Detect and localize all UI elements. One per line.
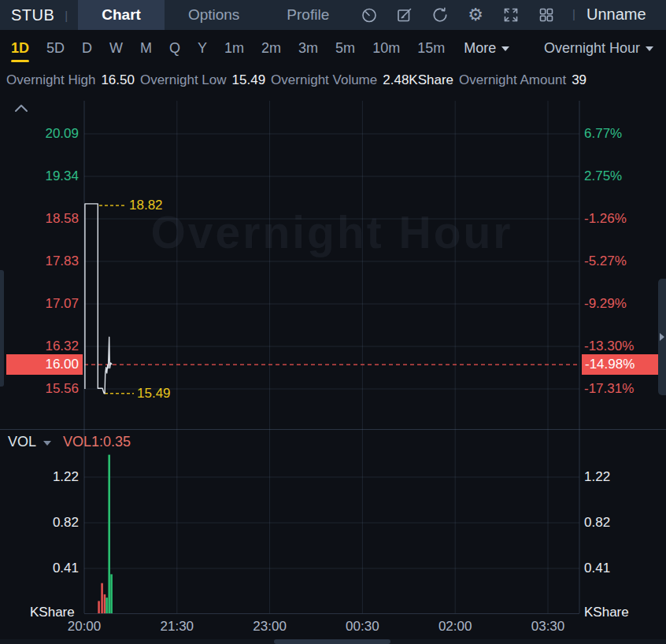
grid-layout-icon[interactable] — [538, 6, 555, 24]
overnight-stats-bar: Overnight High16.50Overnight Low15.49Ove… — [0, 66, 666, 94]
toolbar-icons: ⚙ — [361, 0, 555, 30]
percent-axis-label: -17.31% — [584, 381, 634, 397]
timeframe-1d[interactable]: 1D — [11, 30, 29, 66]
timeframe-m[interactable]: M — [140, 30, 152, 66]
percent-axis-label: 6.77% — [584, 126, 622, 142]
stat-label: Overnight High — [6, 72, 95, 88]
stat-value: 16.50 — [101, 72, 135, 88]
time-axis-label: 02:00 — [438, 619, 472, 635]
stat-value: 39 — [572, 72, 586, 88]
separator: | — [65, 9, 68, 22]
timeframe-q[interactable]: Q — [169, 30, 180, 66]
current-change-tag: -14.98% — [582, 354, 658, 375]
timeframe-bar: 1D5DDWMQY1m2m3m5m10m15m More Overnight H… — [0, 30, 666, 66]
volume-axis-label: 0.41 — [584, 561, 610, 576]
price-axis-label: 19.34 — [0, 168, 79, 184]
percent-axis-label: 2.75% — [584, 168, 622, 184]
volume-indicator-header: VOL VOL1:0.35 — [8, 434, 131, 450]
stat-value: 15.49 — [232, 72, 266, 88]
more-label: More — [464, 40, 496, 57]
price-axis-label: 18.58 — [0, 211, 79, 227]
draw-icon[interactable] — [396, 6, 413, 24]
volume-axis-label: 1.22 — [0, 469, 79, 485]
time-axis-label: 21:30 — [161, 619, 194, 635]
settings-gear-icon[interactable]: ⚙ — [467, 6, 484, 24]
timeframe-3m[interactable]: 3m — [298, 30, 318, 66]
volume-axis-label: 1.22 — [584, 469, 610, 485]
price-axis-label: 17.83 — [0, 254, 79, 269]
low-marker-label: 15.49 — [137, 386, 171, 402]
left-panel-handle[interactable] — [0, 270, 4, 387]
stat-label: Overnight Volume — [271, 72, 377, 88]
symbol-name[interactable]: STUB — [11, 6, 54, 24]
timeframe-w[interactable]: W — [109, 30, 123, 66]
vol1-value: VOL1:0.35 — [63, 434, 131, 450]
vol-title[interactable]: VOL — [8, 434, 36, 450]
timeframe-15m[interactable]: 15m — [417, 30, 445, 66]
main-tabs: ChartOptionsProfile — [78, 0, 353, 30]
layout-name[interactable]: Unname — [586, 6, 666, 24]
timeframe-1m[interactable]: 1m — [224, 30, 244, 66]
price-axis-label: 16.32 — [0, 339, 79, 354]
timeframe-5m[interactable]: 5m — [335, 30, 355, 66]
percent-axis-label: -5.27% — [584, 254, 627, 269]
price-axis-label: 15.56 — [0, 381, 79, 397]
stat-value: 2.48KShare — [383, 72, 453, 88]
time-axis-label: 20:00 — [68, 619, 102, 635]
chevron-down-icon — [646, 46, 653, 51]
top-navigation-bar: STUB | ChartOptionsProfile ⚙ — [0, 0, 666, 30]
session-label: Overnight Hour — [544, 40, 640, 57]
volume-axis-label: 0.82 — [0, 515, 79, 531]
tab-profile[interactable]: Profile — [263, 0, 353, 30]
session-selector[interactable]: Overnight Hour — [544, 40, 653, 57]
more-dropdown[interactable]: More — [464, 40, 509, 57]
time-axis-label: 00:30 — [346, 619, 379, 635]
percent-axis-label: -9.29% — [584, 296, 627, 312]
volume-axis-label: 0.41 — [0, 561, 79, 576]
timeframe-y[interactable]: Y — [198, 30, 207, 66]
horizontal-scrollbar[interactable] — [0, 639, 666, 644]
tab-options[interactable]: Options — [165, 0, 263, 30]
right-panel-handle[interactable] — [658, 279, 666, 395]
percent-axis-label: -1.26% — [584, 211, 627, 227]
chart-area: Overnight Hour 20.096.77%19.342.75%18.58… — [0, 0, 666, 644]
timeframe-list: 1D5DDWMQY1m2m3m5m10m15m — [11, 30, 462, 66]
scrollbar-thumb[interactable] — [274, 639, 390, 644]
stat-label: Overnight Low — [140, 72, 227, 88]
trading-app-window: Overnight Hour 20.096.77%19.342.75%18.58… — [0, 0, 666, 644]
timeframe-5d[interactable]: 5D — [46, 30, 65, 66]
chevron-down-icon[interactable] — [43, 441, 51, 446]
refresh-icon[interactable] — [431, 6, 449, 24]
stat-label: Overnight Amount — [459, 72, 566, 88]
high-marker-label: 18.82 — [129, 198, 163, 213]
volume-unit-right: KShare — [584, 605, 629, 620]
current-price-tag: 16.00 — [6, 354, 83, 375]
timeframe-10m[interactable]: 10m — [372, 30, 400, 66]
time-axis-label: 23:00 — [253, 619, 287, 635]
tab-chart[interactable]: Chart — [78, 0, 165, 30]
timeframe-2m[interactable]: 2m — [261, 30, 281, 66]
chart-canvas[interactable] — [0, 0, 666, 644]
percent-axis-label: -13.30% — [584, 339, 634, 354]
price-axis-label: 20.09 — [0, 126, 79, 142]
volume-axis-label: 0.82 — [584, 515, 610, 531]
separator: | — [572, 7, 575, 20]
price-axis-label: 17.07 — [0, 296, 79, 312]
chevron-down-icon — [501, 46, 509, 51]
timeframe-d[interactable]: D — [82, 30, 92, 66]
volume-unit-left: KShare — [30, 605, 75, 620]
time-axis-label: 03:30 — [531, 619, 565, 635]
gauge-icon[interactable] — [361, 6, 378, 24]
expand-right-icon — [660, 333, 664, 341]
fullscreen-icon[interactable] — [502, 6, 520, 24]
collapse-panel-chevron-icon[interactable] — [13, 102, 29, 114]
